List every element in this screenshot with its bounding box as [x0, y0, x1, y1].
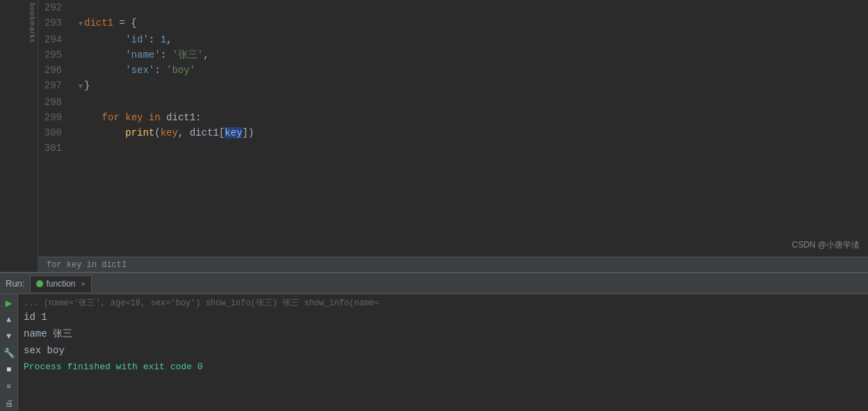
code-token: in	[149, 112, 161, 123]
code-token: 1	[161, 34, 166, 45]
run-tab-close-button[interactable]: ×	[81, 280, 86, 288]
align-icon[interactable]: ≡	[3, 380, 15, 393]
code-token	[161, 112, 166, 123]
status-text: for key in dict1	[47, 260, 127, 270]
bottom-panel: Run: function × ▶ ▲ ▼ 🔧 ■ ≡ 🖨 ... (name=…	[0, 272, 868, 411]
line-number: 297	[38, 78, 73, 95]
code-token: key	[161, 127, 178, 138]
table-row: 295 'name': '张三',	[38, 47, 868, 63]
code-token: :	[195, 112, 201, 123]
line-code: 'name': '张三',	[73, 47, 868, 63]
output-line-3: sex boy	[24, 342, 862, 359]
table-row: 300 print(key, dict1[key])	[38, 125, 868, 140]
bottom-content: ▶ ▲ ▼ 🔧 ■ ≡ 🖨 ... (name='张三', age=18, se…	[0, 294, 868, 411]
code-table: 292 293 ▼dict1 = { 294 'id': 1, 295	[38, 0, 868, 156]
code-token: = {	[113, 17, 137, 29]
code-token: [	[219, 127, 225, 138]
code-content[interactable]: 292 293 ▼dict1 = { 294 'id': 1, 295	[38, 0, 868, 257]
main-area: bookmarks 292 293 ▼dict1 = { 294	[0, 0, 868, 272]
line-code	[73, 0, 868, 15]
code-token: ,	[166, 34, 172, 45]
line-code: 'sex': 'boy'	[73, 63, 868, 78]
line-code: ▼dict1 = {	[73, 15, 868, 32]
run-label: Run:	[6, 278, 24, 289]
fold-icon[interactable]: ▼	[79, 79, 83, 95]
code-token: for	[102, 112, 120, 123]
code-token: key	[125, 112, 143, 123]
wrench-icon[interactable]: 🔧	[3, 347, 15, 360]
code-token: ,	[178, 127, 190, 138]
output-line-faded: ... (name='张三', age=18, sex='boy') show_…	[24, 297, 862, 309]
line-number: 298	[38, 95, 73, 110]
code-token: 'sex'	[125, 65, 154, 76]
left-sidebar: bookmarks	[0, 0, 38, 272]
code-token: ]	[242, 127, 248, 138]
table-row: 301	[38, 140, 868, 156]
print-icon[interactable]: 🖨	[3, 397, 15, 410]
editor-status-bar: for key in dict1	[38, 257, 868, 272]
line-code: ▼}	[73, 78, 868, 95]
code-token	[120, 112, 125, 123]
table-row: 292	[38, 0, 868, 15]
line-number: 296	[38, 63, 73, 78]
output-process-line: Process finished with exit code 0	[24, 362, 862, 372]
table-row: 298	[38, 95, 868, 110]
editor-area: 292 293 ▼dict1 = { 294 'id': 1, 295	[38, 0, 868, 272]
watermark: CSDN @小唐学渣	[791, 239, 860, 251]
code-token: dict1	[84, 17, 113, 29]
line-code: for key in dict1:	[73, 110, 868, 125]
code-token: print	[125, 127, 154, 138]
code-token-highlight: key	[225, 127, 242, 138]
code-token: 'name'	[125, 49, 160, 61]
table-row: 294 'id': 1,	[38, 32, 868, 47]
fold-icon[interactable]: ▼	[79, 17, 83, 32]
code-token: :	[149, 34, 161, 45]
code-token: )	[248, 127, 254, 138]
run-tab-status-icon	[36, 280, 43, 287]
code-token: '张三'	[172, 49, 203, 61]
line-code: print(key, dict1[key])	[73, 125, 868, 140]
line-number: 295	[38, 47, 73, 63]
line-number: 300	[38, 125, 73, 140]
run-tab[interactable]: function ×	[30, 275, 91, 292]
run-button[interactable]: ▶	[3, 297, 15, 309]
code-token: dict1	[190, 127, 219, 138]
line-code	[73, 95, 868, 110]
table-row: 293 ▼dict1 = {	[38, 15, 868, 32]
output-line-2: name 张三	[24, 325, 862, 342]
code-token: dict1	[166, 112, 195, 123]
output-line-1: id 1	[24, 309, 862, 325]
line-code	[73, 140, 868, 156]
line-number: 299	[38, 110, 73, 125]
line-number: 293	[38, 15, 73, 32]
code-token: :	[154, 65, 166, 76]
run-tab-name: function	[46, 279, 75, 289]
code-token: }	[84, 80, 90, 91]
code-token: (	[154, 127, 160, 138]
code-token: ,	[203, 49, 209, 61]
line-number: 292	[38, 0, 73, 15]
line-code: 'id': 1,	[73, 32, 868, 47]
code-token: :	[161, 49, 172, 61]
scroll-up-button[interactable]: ▲	[3, 314, 15, 326]
table-row: 296 'sex': 'boy'	[38, 63, 868, 78]
line-number: 294	[38, 32, 73, 47]
run-output: ... (name='张三', age=18, sex='boy') show_…	[18, 294, 868, 411]
code-token: 'id'	[125, 34, 149, 45]
stop-button[interactable]: ■	[3, 364, 15, 376]
table-row: 299 for key in dict1:	[38, 110, 868, 125]
table-row: 297 ▼}	[38, 78, 868, 95]
line-number: 301	[38, 140, 73, 156]
code-token	[143, 112, 148, 123]
scroll-down-button[interactable]: ▼	[3, 330, 15, 343]
code-token: 'boy'	[166, 65, 195, 76]
run-tab-bar: Run: function ×	[0, 273, 868, 294]
bottom-toolbar: ▶ ▲ ▼ 🔧 ■ ≡ 🖨	[0, 294, 18, 411]
bookmarks-label: bookmarks	[0, 0, 38, 46]
